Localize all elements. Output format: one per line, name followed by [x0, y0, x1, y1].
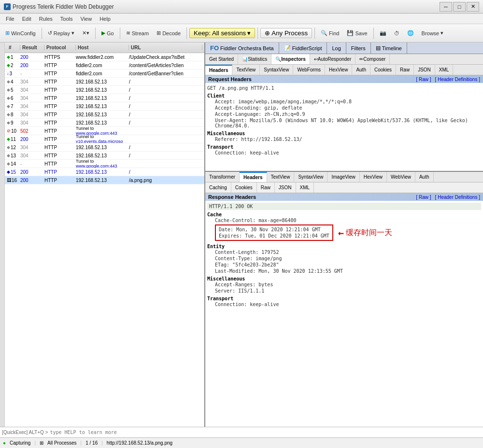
response-headers-label: Response Headers: [208, 194, 256, 200]
col-header-url[interactable]: URL: [129, 45, 202, 50]
table-row[interactable]: ◆ 8 304 HTTP 192.168.52.13 /: [5, 111, 204, 119]
subtab-inspectors[interactable]: 🔍 Inspectors: [271, 54, 310, 64]
tab-fiddler-orchestra[interactable]: FO Fiddler Orchestra Beta: [205, 42, 279, 54]
request-header-defs-link[interactable]: [ Header Definitions ]: [435, 77, 480, 82]
stream-button[interactable]: ≋ Stream: [123, 28, 152, 38]
table-row[interactable]: ◆ 4 304 HTTP 192.168.52.13 /: [5, 78, 204, 86]
keep-dropdown-icon: ▾: [247, 29, 251, 37]
find-button[interactable]: 🔍 Find: [317, 28, 342, 38]
req-tab-hexview[interactable]: HexView: [325, 65, 352, 75]
decode-button[interactable]: ⊞ Decode: [153, 28, 184, 38]
req-tab-raw[interactable]: Raw: [396, 65, 414, 75]
resp-tab-transformer[interactable]: Transformer: [205, 172, 240, 182]
subtab-composer[interactable]: ✏ Composer: [355, 54, 390, 64]
app-logo: F: [4, 3, 11, 10]
resp-tab-hexview[interactable]: HexView: [360, 172, 387, 182]
resp-tab2-caching[interactable]: Caching: [205, 182, 231, 193]
table-row[interactable]: ◆ 12 304 HTTP 192.168.52.13 /: [5, 143, 204, 152]
response-raw-link[interactable]: [ Raw ]: [416, 195, 431, 200]
req-tab-headers[interactable]: Headers: [205, 65, 232, 75]
req-tab-auth[interactable]: Auth: [352, 65, 370, 75]
col-header-num[interactable]: #: [7, 45, 20, 50]
table-row[interactable]: ◆ 11 200 HTTP Tunnel to v10.events.data.…: [5, 135, 204, 143]
resp-misc-header: Miscellaneous: [207, 276, 481, 281]
menu-help[interactable]: Help: [96, 15, 114, 23]
winconfig-button[interactable]: ⊞ WinConfig: [2, 28, 39, 38]
table-row[interactable]: ◆ 15 200 HTTP 192.168.52.13 /: [5, 168, 204, 176]
resp-tab2-raw[interactable]: Raw: [257, 182, 275, 193]
resp-tab-imageview[interactable]: ImageView: [327, 172, 359, 182]
cache-highlighted-area: Date: Mon, 30 Nov 2020 12:21:04 GMT Expi…: [207, 224, 481, 242]
command-prefix: [QuickExec] ALT+Q >: [2, 430, 48, 435]
request-raw-link[interactable]: [ Raw ]: [416, 77, 431, 82]
resp-entity-header: Entity: [207, 244, 481, 249]
resp-tab2-cookies[interactable]: Cookies: [231, 182, 257, 193]
x-button[interactable]: ✕▾: [79, 28, 93, 38]
subtab-get-started[interactable]: Get Started: [205, 54, 238, 64]
table-row[interactable]: ◆ 2 200 HTTP fiddler2.com /content/GetAr…: [5, 61, 204, 70]
req-tab-textview[interactable]: TextView: [232, 65, 260, 75]
col-header-result[interactable]: Result: [20, 45, 44, 50]
col-header-protocol[interactable]: Protocol: [44, 45, 76, 50]
quickexec-input[interactable]: [50, 430, 481, 435]
session-column-headers: # Result Protocol Host URL: [5, 42, 204, 53]
table-row[interactable]: ◆ 14 - HTTP Tunnel to www.google.com:443: [5, 160, 204, 168]
toolbar-separator-2: [95, 28, 96, 39]
table-row[interactable]: ◆ 13 304 HTTP 192.168.52.13 /: [5, 152, 204, 160]
req-tab-cookies[interactable]: Cookies: [370, 65, 396, 75]
tab-timeline[interactable]: ▤ Timeline: [371, 42, 407, 54]
response-header-defs-link[interactable]: [ Header Definitions ]: [435, 195, 480, 200]
any-process-button[interactable]: ⊕ Any Process: [260, 28, 312, 38]
resp-tab-syntaxview[interactable]: SyntaxView: [294, 172, 327, 182]
resp-cache-header: Cache: [207, 212, 481, 217]
fo-icon: FO: [210, 44, 219, 52]
timer-button[interactable]: ⏱: [391, 28, 403, 38]
resp-tab-headers[interactable]: Headers: [240, 172, 267, 182]
browse-button[interactable]: Browse ▾: [418, 28, 447, 38]
table-row[interactable]: ◆ 1 200 HTTPS www.fiddler2.com /UpdateCh…: [5, 53, 204, 61]
menu-tools[interactable]: Tools: [57, 15, 77, 23]
annotation-area: ← 缓存时间一天: [338, 227, 392, 238]
maximize-button[interactable]: □: [453, 2, 466, 12]
table-row[interactable]: ◆ 7 304 HTTP 192.168.52.13 /: [5, 102, 204, 111]
tab-fiddlerscript[interactable]: 📝 FiddlerScript: [279, 42, 327, 54]
req-tab-syntaxview[interactable]: SyntaxView: [260, 65, 293, 75]
table-row[interactable]: ⊘ 10 502 HTTP Tunnel to www.google.com:4…: [5, 127, 204, 135]
table-row[interactable]: ◆ 9 304 HTTP 192.168.52.13 /: [5, 119, 204, 127]
close-button[interactable]: ✕: [467, 2, 479, 12]
row-icon: 🖼: [7, 178, 11, 182]
resp-tab-webview[interactable]: WebView: [387, 172, 415, 182]
save-button[interactable]: 💾 Save: [343, 28, 370, 38]
resp-tab-auth[interactable]: Auth: [415, 172, 434, 182]
minimize-button[interactable]: ─: [440, 2, 452, 12]
filter-icon: ⊞: [40, 440, 43, 446]
resp-tab2-xml[interactable]: XML: [296, 182, 314, 193]
table-row[interactable]: ◆ 5 304 HTTP 192.168.52.13 /: [5, 86, 204, 94]
keep-sessions-button[interactable]: Keep: All sessions ▾: [189, 28, 255, 38]
menu-view[interactable]: View: [77, 15, 96, 23]
table-row[interactable]: ↓ 3 - HTTP fiddler2.com /content/GetBann…: [5, 70, 204, 78]
top-tab-bar: FO Fiddler Orchestra Beta 📝 FiddlerScrip…: [205, 42, 483, 54]
tab-filters[interactable]: Filters: [346, 42, 371, 54]
table-row[interactable]: ◆ 6 304 HTTP 192.168.52.13 /: [5, 94, 204, 102]
req-tab-json[interactable]: JSON: [414, 65, 435, 75]
subtab-statistics[interactable]: 📊 Statistics: [238, 54, 271, 64]
replay-button[interactable]: ↺ Replay ▾: [44, 28, 78, 38]
req-tab-webforms[interactable]: WebForms: [293, 65, 325, 75]
tab-log[interactable]: Log: [327, 42, 346, 54]
screenshot-button[interactable]: 📷: [376, 28, 390, 38]
menu-edit[interactable]: Edit: [18, 15, 35, 23]
req-tab-xml[interactable]: XML: [435, 65, 454, 75]
dropdown-icon: ▾: [71, 30, 74, 36]
subtab-autoresponder[interactable]: ↩ AutoResponder: [310, 54, 356, 64]
ie-button[interactable]: 🌐: [404, 28, 417, 38]
table-row[interactable]: 🖼 16 200 HTTP 192.168.52.13 /a.png.png: [5, 176, 204, 184]
resp-tab2-json[interactable]: JSON: [275, 182, 296, 193]
resp-tab-textview[interactable]: TextView: [267, 172, 295, 182]
go-button[interactable]: ▶ Go: [98, 28, 117, 38]
menu-rules[interactable]: Rules: [35, 15, 57, 23]
left-edge-panel: [0, 42, 5, 427]
session-list[interactable]: ◆ 1 200 HTTPS www.fiddler2.com /UpdateCh…: [5, 53, 204, 427]
col-header-host[interactable]: Host: [76, 45, 129, 50]
menu-file[interactable]: File: [2, 15, 18, 23]
